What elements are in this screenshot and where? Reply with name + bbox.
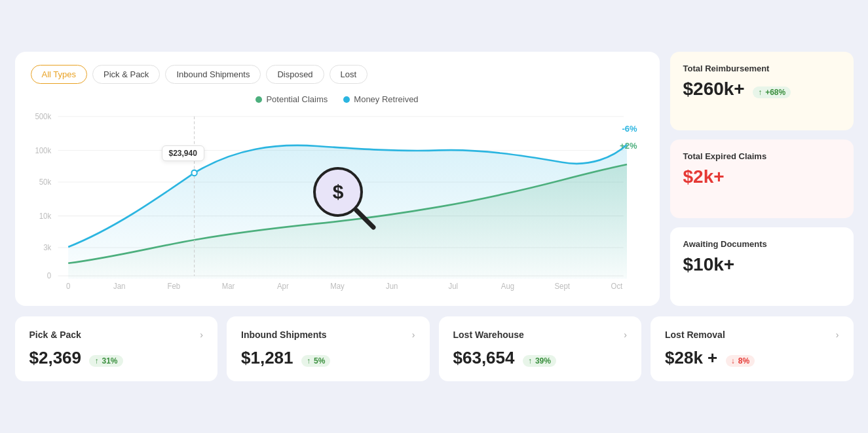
svg-text:Feb: Feb [167, 281, 180, 290]
legend-label-money: Money Retreived [354, 94, 418, 104]
awaiting-docs-value: $10k+ [683, 254, 840, 275]
arrow-up-icon [758, 88, 763, 97]
stat-card-value-reimbursement: $260k+ +68% [683, 79, 840, 100]
filter-tab-pick-pack[interactable]: Pick & Pack [92, 65, 160, 84]
svg-text:Aug: Aug [500, 281, 514, 290]
lost-warehouse-title: Lost Warehouse [453, 329, 524, 340]
lost-removal-row: $28k + 8% [665, 348, 839, 368]
lost-removal-title: Lost Removal [665, 329, 725, 340]
stat-card-total-reimbursement: Total Reimbursement $260k+ +68% [670, 52, 854, 130]
right-cards: Total Reimbursement $260k+ +68% Total Ex… [670, 52, 854, 306]
pick-pack-badge-text: 31% [102, 356, 117, 366]
bottom-card-header-lost-warehouse: Lost Warehouse › [453, 329, 628, 340]
svg-text:Oct: Oct [611, 281, 623, 290]
filter-tab-disposed[interactable]: Disposed [266, 65, 324, 84]
svg-text:Jul: Jul [448, 281, 458, 290]
reimbursement-badge-text: +68% [765, 88, 785, 97]
lost-warehouse-badge: 39% [523, 355, 556, 367]
svg-text:Jan: Jan [113, 281, 124, 290]
inbound-shipments-row: $1,281 5% [241, 348, 415, 368]
legend-potential-claims: Potential Claims [255, 94, 328, 104]
svg-text:0: 0 [47, 271, 51, 280]
pick-pack-title: Pick & Pack [29, 329, 81, 340]
percent-label-green: +2% [620, 141, 637, 151]
svg-text:Mar: Mar [221, 281, 235, 290]
arrow-up-icon [307, 356, 312, 366]
arrow-up-icon [94, 356, 100, 366]
pick-pack-row: $2,369 31% [29, 348, 204, 368]
lost-removal-badge-text: 8% [738, 356, 749, 366]
bottom-card-lost-warehouse: Lost Warehouse › $63,654 39% [439, 316, 642, 381]
inbound-shipments-badge: 5% [301, 355, 330, 367]
reimbursement-value: $260k+ [683, 79, 745, 99]
lost-warehouse-row: $63,654 39% [453, 348, 628, 368]
expired-claims-value: $2k+ [683, 166, 840, 187]
arrow-up-icon [528, 356, 533, 366]
stat-card-awaiting-docs: Awaiting Documents $10k+ [670, 227, 854, 306]
svg-text:Jun: Jun [385, 281, 397, 290]
legend-money-retreived: Money Retreived [343, 94, 418, 104]
legend-dot-green [255, 96, 262, 103]
stat-card-title-expired: Total Expired Claims [683, 151, 840, 161]
legend-label-potential: Potential Claims [266, 94, 328, 104]
svg-text:10k: 10k [39, 212, 51, 220]
bottom-card-lost-removal: Lost Removal › $28k + 8% [651, 316, 854, 381]
chevron-right-icon[interactable]: › [412, 329, 415, 340]
bottom-card-inbound-shipments: Inbound Shipments › $1,281 5% [227, 316, 430, 381]
lost-removal-value: $28k + [665, 348, 717, 367]
bottom-card-header-inbound: Inbound Shipments › [241, 329, 415, 340]
inbound-shipments-value: $1,281 [241, 348, 293, 367]
stat-card-title-reimbursement: Total Reimbursement [683, 64, 840, 73]
lost-warehouse-badge-text: 39% [535, 356, 551, 366]
filter-tabs: All Types Pick & Pack Inbound Shipments … [31, 65, 644, 84]
bottom-card-header-pick-pack: Pick & Pack › [29, 329, 204, 340]
chevron-right-icon[interactable]: › [200, 329, 203, 340]
chart-tooltip: $23,940 [162, 145, 204, 161]
chart-legend: Potential Claims Money Retreived [31, 94, 644, 104]
chevron-right-icon[interactable]: › [624, 329, 627, 340]
arrow-down-icon [731, 356, 736, 366]
reimbursement-badge: +68% [753, 86, 791, 98]
chart-card: All Types Pick & Pack Inbound Shipments … [15, 52, 660, 306]
stat-card-title-awaiting: Awaiting Documents [683, 239, 840, 249]
svg-text:50k: 50k [39, 178, 51, 186]
filter-tab-inbound-shipments[interactable]: Inbound Shipments [165, 65, 261, 84]
inbound-shipments-title: Inbound Shipments [241, 329, 327, 340]
lost-warehouse-value: $63,654 [453, 348, 515, 367]
svg-text:3k: 3k [43, 243, 51, 252]
percent-label-blue: -6% [622, 124, 637, 134]
chart-svg: 500k 100k 50k 10k 3k 0 [31, 109, 644, 293]
legend-dot-blue [343, 96, 350, 103]
svg-text:Sept: Sept [554, 281, 570, 290]
bottom-cards: Pick & Pack › $2,369 31% Inbound Shipmen… [15, 316, 854, 381]
svg-text:May: May [330, 281, 345, 290]
filter-tab-lost[interactable]: Lost [330, 65, 368, 84]
tooltip-value: $23,940 [169, 149, 197, 158]
chevron-right-icon[interactable]: › [836, 329, 839, 340]
bottom-card-header-lost-removal: Lost Removal › [665, 329, 839, 340]
chart-area: $23,940 -6% +2% 500k [31, 109, 644, 293]
stat-card-expired-claims: Total Expired Claims $2k+ [670, 140, 854, 218]
pick-pack-badge: 31% [89, 355, 123, 367]
lost-removal-badge: 8% [726, 355, 755, 367]
svg-text:0: 0 [66, 281, 71, 290]
svg-text:500k: 500k [35, 112, 51, 121]
pick-pack-value: $2,369 [29, 348, 82, 367]
svg-text:100k: 100k [35, 146, 51, 155]
svg-text:Apr: Apr [276, 281, 288, 290]
svg-point-24 [191, 170, 197, 176]
bottom-card-pick-pack: Pick & Pack › $2,369 31% [15, 316, 218, 381]
dashboard: All Types Pick & Pack Inbound Shipments … [15, 52, 854, 381]
filter-tab-all-types[interactable]: All Types [31, 65, 88, 84]
inbound-shipments-badge-text: 5% [314, 356, 325, 366]
